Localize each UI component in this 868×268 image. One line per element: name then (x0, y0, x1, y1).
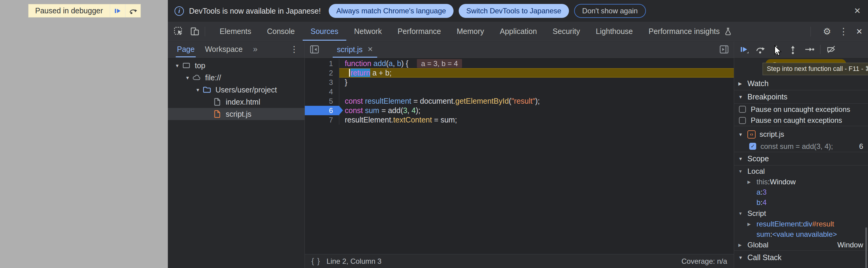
hide-debugger-sidebar-icon[interactable] (719, 44, 730, 55)
checkbox-box[interactable] (739, 106, 746, 113)
code-line-7[interactable]: 7resultElement.textContent = sum; (305, 115, 734, 125)
line-number[interactable]: 1 (305, 59, 339, 68)
step-over-button[interactable] (126, 4, 141, 17)
more-tabs-icon[interactable]: » (253, 44, 257, 54)
expander-icon[interactable]: ▶ (738, 242, 747, 247)
code-text (339, 87, 734, 96)
tab-security[interactable]: Security (545, 22, 588, 41)
tree-item-label: index.html (226, 98, 260, 107)
tab-workspace[interactable]: Workspace (204, 41, 244, 57)
expander-icon[interactable]: ▼ (738, 94, 747, 99)
code-line-4[interactable]: 4 (305, 87, 734, 96)
line-number[interactable]: 7 (305, 115, 339, 125)
expander-icon[interactable]: ▼ (738, 132, 747, 137)
expander-icon[interactable]: ▼ (738, 255, 747, 260)
expander-icon[interactable]: ▶ (747, 221, 756, 227)
hide-navigator-icon[interactable] (309, 44, 320, 55)
tree-item-users-user-project[interactable]: ▼Users/user/project (168, 84, 305, 96)
step-icon[interactable] (804, 44, 815, 55)
tab-performance-insights[interactable]: Performance insights (641, 22, 740, 41)
tab-network[interactable]: Network (346, 22, 390, 41)
scrollbar[interactable] (865, 227, 867, 268)
js-script-icon: ‹› (747, 130, 755, 139)
notif-button[interactable]: Always match Chrome's language (329, 4, 454, 18)
scope-property[interactable]: ▶resultElement: div#result (734, 219, 868, 229)
tree-item-file-[interactable]: ▼file:// (168, 71, 305, 84)
step-into-tooltip: Step into next function call - F11 - ⌘ ; (763, 63, 868, 75)
section-script[interactable]: ▼Script (734, 208, 868, 219)
section-watch[interactable]: ▶Watch (734, 77, 868, 90)
section-global[interactable]: ▶GlobalWindow (734, 239, 868, 251)
tab-label: Sources (311, 27, 338, 36)
step-over-icon (128, 6, 138, 16)
code-line-3[interactable]: 3} (305, 78, 734, 87)
code-line-6[interactable]: 6const sum = add(3, 4); (305, 106, 734, 115)
device-toolbar-icon[interactable] (190, 26, 200, 37)
devtools-close-icon[interactable]: ✕ (856, 28, 863, 35)
expander-icon[interactable]: ▼ (738, 156, 747, 161)
tab-console[interactable]: Console (259, 22, 303, 41)
tree-item-index-html[interactable]: index.html (168, 96, 305, 108)
expander-icon[interactable]: ▼ (738, 211, 747, 216)
section-scope[interactable]: ▼Scope (734, 152, 868, 166)
step-out-icon[interactable] (787, 44, 798, 55)
deactivate-breakpoints-icon[interactable] (826, 44, 837, 55)
settings-gear-icon[interactable]: ⚙ (823, 27, 831, 36)
expander-icon[interactable]: ▶ (738, 81, 747, 86)
resume-script-icon[interactable] (738, 44, 749, 55)
section-breakpoints[interactable]: ▼Breakpoints (734, 90, 868, 104)
breakpoint-checkbox[interactable]: ✓ (749, 143, 756, 150)
inspect-element-icon[interactable] (173, 26, 184, 37)
code-line-5[interactable]: 5const resultElement = document.getEleme… (305, 96, 734, 106)
breakpoint-entry[interactable]: ✓const sum = add(3, 4);6 (734, 141, 868, 152)
section-local[interactable]: ▼Local (734, 166, 868, 177)
tab-elements[interactable]: Elements (212, 22, 259, 41)
expander-icon[interactable]: ▼ (193, 87, 203, 92)
line-number[interactable]: 4 (305, 87, 339, 96)
scope-property[interactable]: ▶this: Window (734, 177, 868, 187)
step-over-icon[interactable] (755, 44, 766, 55)
file-tab-close-icon[interactable]: ✕ (368, 46, 373, 53)
tab-lighthouse[interactable]: Lighthouse (588, 22, 641, 41)
scope-property[interactable]: a: 3 (734, 187, 868, 197)
scope-property[interactable]: sum: <value unavailable> (734, 229, 868, 239)
tab-page[interactable]: Page (176, 41, 196, 57)
code-text: function add(a, b) {a = 3, b = 4 (339, 59, 734, 68)
navigator-kebab-icon[interactable]: ⋮ (290, 44, 299, 54)
cursor-position: Line 2, Column 3 (327, 257, 381, 266)
expander-icon[interactable]: ▼ (173, 63, 182, 68)
notification-close-icon[interactable]: ✕ (854, 6, 861, 16)
section-call-stack[interactable]: ▼Call Stack (734, 251, 868, 264)
expander-icon[interactable]: ▼ (183, 75, 192, 80)
scope-property[interactable]: b: 4 (734, 197, 868, 208)
tab-performance[interactable]: Performance (390, 22, 449, 41)
expander-icon[interactable]: ▼ (738, 169, 747, 174)
code-line-2[interactable]: 2 return a + b; (305, 68, 734, 78)
notif-button[interactable]: Don't show again (574, 4, 646, 18)
line-number[interactable]: 5 (305, 96, 339, 106)
line-number[interactable]: 2 (305, 68, 339, 78)
breakpoint-file-group[interactable]: ▼‹›script.js (734, 128, 868, 141)
file-tab-scriptjs[interactable]: script.js ✕ (333, 41, 377, 58)
tab-memory[interactable]: Memory (449, 22, 492, 41)
notif-button[interactable]: Switch DevTools to Japanese (459, 4, 569, 18)
tree-item-script-js[interactable]: script.js (168, 108, 305, 120)
tab-sources[interactable]: Sources (303, 22, 346, 41)
expander-icon[interactable]: ▶ (747, 179, 756, 184)
tab-application[interactable]: Application (492, 22, 545, 41)
checkbox-pause-on-uncaught-exceptions[interactable]: Pause on uncaught exceptions (734, 104, 868, 115)
kebab-menu-icon[interactable]: ⋮ (839, 27, 848, 36)
line-number[interactable]: 3 (305, 78, 339, 87)
checkbox-pause-on-caught-exceptions[interactable]: Pause on caught exceptions (734, 115, 868, 126)
code-editor[interactable]: 1function add(a, b) {a = 3, b = 42 retur… (305, 58, 734, 254)
coverage-status: Coverage: n/a (681, 257, 727, 266)
resume-script-button[interactable] (110, 4, 125, 17)
notification-bar: i DevTools is now available in Japanese!… (168, 0, 868, 22)
checkbox-box[interactable] (739, 117, 746, 124)
mouse-cursor (773, 45, 782, 58)
tree-item-top[interactable]: ▼top (168, 59, 305, 71)
breakpoint-badge-line-number[interactable]: 6 (305, 106, 339, 115)
devtools-window: i DevTools is now available in Japanese!… (168, 0, 868, 268)
pretty-print-icon[interactable]: { } (311, 257, 320, 266)
code-line-1[interactable]: 1function add(a, b) {a = 3, b = 4 (305, 59, 734, 68)
